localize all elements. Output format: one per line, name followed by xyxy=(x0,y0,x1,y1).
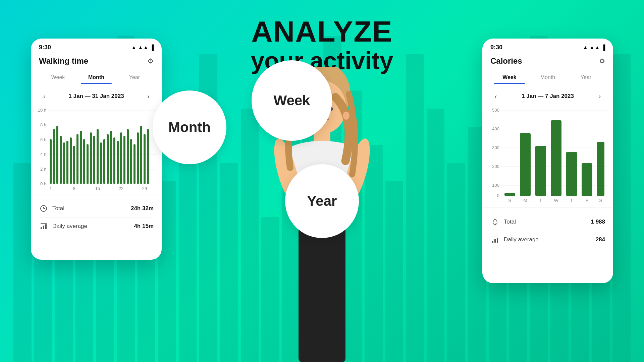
svg-text:29: 29 xyxy=(142,186,147,191)
left-phone-card: 9:30 ▲ ▲▲ ▐ Walking time ⚙ Week Month Ye… xyxy=(31,39,162,260)
right-avg-left: Daily average xyxy=(490,235,539,244)
left-avg-icon xyxy=(39,222,48,231)
right-date-range: 1 Jan — 7 Jan 2023 xyxy=(522,93,574,100)
svg-rect-25 xyxy=(93,136,95,184)
right-card-title: Calories xyxy=(490,56,522,66)
svg-rect-40 xyxy=(144,134,146,184)
right-avg-value: 284 xyxy=(596,236,605,243)
left-status-icons: ▲ ▲▲ ▐ xyxy=(131,45,154,51)
left-total-value: 24h 32m xyxy=(131,205,154,212)
svg-rect-81 xyxy=(494,239,496,243)
right-tabs: Week Month Year xyxy=(482,71,613,84)
right-next-arrow[interactable]: › xyxy=(594,91,605,102)
right-date-nav: ‹ 1 Jan — 7 Jan 2023 › xyxy=(482,84,613,106)
svg-rect-15 xyxy=(60,136,62,184)
right-card-header: Calories ⚙ xyxy=(482,54,613,71)
svg-rect-13 xyxy=(53,129,55,184)
left-avg-left: Daily average xyxy=(39,222,87,231)
left-prev-arrow[interactable]: ‹ xyxy=(39,91,50,102)
left-stats-footer: Total 24h 32m Daily average 4h 15m xyxy=(31,194,162,240)
right-tab-week[interactable]: Week xyxy=(490,71,529,84)
left-status-bar: 9:30 ▲ ▲▲ ▐ xyxy=(31,39,162,54)
svg-rect-17 xyxy=(66,141,68,184)
svg-text:2 h: 2 h xyxy=(40,167,46,172)
bubble-month: Month xyxy=(153,90,226,164)
svg-point-96 xyxy=(343,112,350,120)
svg-rect-68 xyxy=(535,146,546,196)
svg-rect-71 xyxy=(582,163,592,196)
svg-text:F: F xyxy=(586,198,589,203)
svg-rect-29 xyxy=(107,134,109,184)
left-card-header: Walking time ⚙ xyxy=(31,54,162,71)
signal-icon: ▲▲ xyxy=(138,45,149,51)
left-date-range: 1 Jan — 31 Jan 2023 xyxy=(68,93,124,100)
left-next-arrow[interactable]: › xyxy=(143,91,154,102)
left-total-row: Total 24h 32m xyxy=(39,200,154,218)
right-battery-icon: ▐ xyxy=(601,45,605,51)
battery-icon: ▐ xyxy=(150,45,154,51)
svg-rect-16 xyxy=(63,142,65,184)
svg-rect-51 xyxy=(43,226,44,229)
svg-text:T: T xyxy=(539,198,542,203)
svg-text:22: 22 xyxy=(119,186,123,191)
main-title: ANALYZE xyxy=(251,17,393,46)
svg-rect-69 xyxy=(551,120,561,196)
right-tab-year[interactable]: Year xyxy=(567,71,605,84)
svg-text:8 h: 8 h xyxy=(40,122,46,127)
right-stats-footer: Total 1 988 Daily average 284 xyxy=(482,207,613,254)
left-avg-row: Daily average 4h 15m xyxy=(39,218,154,235)
right-tab-month[interactable]: Month xyxy=(529,71,567,84)
svg-rect-26 xyxy=(97,129,99,184)
svg-rect-31 xyxy=(113,137,115,184)
right-phone-card: 9:30 ▲ ▲▲ ▐ Calories ⚙ Week Month Year ‹… xyxy=(482,39,613,283)
svg-text:10 h: 10 h xyxy=(38,108,46,113)
svg-text:8: 8 xyxy=(73,186,75,191)
svg-rect-52 xyxy=(45,224,47,229)
right-total-row: Total 1 988 xyxy=(490,213,605,231)
svg-rect-28 xyxy=(103,139,105,184)
left-tab-year[interactable]: Year xyxy=(115,71,154,84)
left-tab-week[interactable]: Week xyxy=(39,71,77,84)
svg-rect-34 xyxy=(123,136,125,184)
right-status-icons: ▲ ▲▲ ▐ xyxy=(583,45,605,51)
right-prev-arrow[interactable]: ‹ xyxy=(490,91,501,102)
right-avg-icon xyxy=(490,235,500,244)
svg-text:6 h: 6 h xyxy=(40,137,46,142)
svg-rect-35 xyxy=(127,129,129,184)
svg-rect-24 xyxy=(90,132,92,184)
svg-text:S: S xyxy=(599,198,602,203)
svg-text:W: W xyxy=(554,198,558,203)
svg-rect-22 xyxy=(83,139,85,184)
left-date-nav: ‹ 1 Jan — 31 Jan 2023 › xyxy=(31,84,162,106)
svg-text:T: T xyxy=(570,198,573,203)
right-filter-icon[interactable]: ⚙ xyxy=(599,57,605,65)
svg-text:S: S xyxy=(508,198,511,203)
svg-text:1: 1 xyxy=(49,186,52,191)
svg-rect-19 xyxy=(73,146,75,184)
svg-rect-14 xyxy=(56,126,58,184)
svg-rect-38 xyxy=(137,132,139,184)
svg-rect-80 xyxy=(492,241,493,243)
right-wifi-icon: ▲ xyxy=(583,45,588,51)
svg-rect-20 xyxy=(76,134,78,184)
left-chart-svg: 10 h 8 h 6 h 4 h 2 h 0 h xyxy=(36,106,156,193)
wifi-icon: ▲ xyxy=(131,45,137,51)
right-status-time: 9:30 xyxy=(490,44,502,51)
bubble-year: Year xyxy=(285,164,359,238)
svg-text:0: 0 xyxy=(497,193,499,198)
left-tab-month[interactable]: Month xyxy=(77,71,115,84)
right-chart-svg: 500 400 300 200 100 0 xyxy=(488,106,608,206)
svg-rect-82 xyxy=(497,238,498,243)
left-tabs: Week Month Year xyxy=(31,71,162,84)
svg-rect-32 xyxy=(117,141,119,184)
svg-rect-27 xyxy=(100,142,102,184)
svg-text:M: M xyxy=(523,198,527,203)
right-avg-row: Daily average 284 xyxy=(490,231,605,248)
svg-text:500: 500 xyxy=(492,108,499,113)
svg-rect-72 xyxy=(597,142,604,196)
right-total-left: Total xyxy=(490,217,516,227)
left-filter-icon[interactable]: ⚙ xyxy=(148,57,154,65)
svg-rect-12 xyxy=(50,139,52,184)
svg-rect-39 xyxy=(140,126,142,184)
svg-text:100: 100 xyxy=(492,183,499,188)
